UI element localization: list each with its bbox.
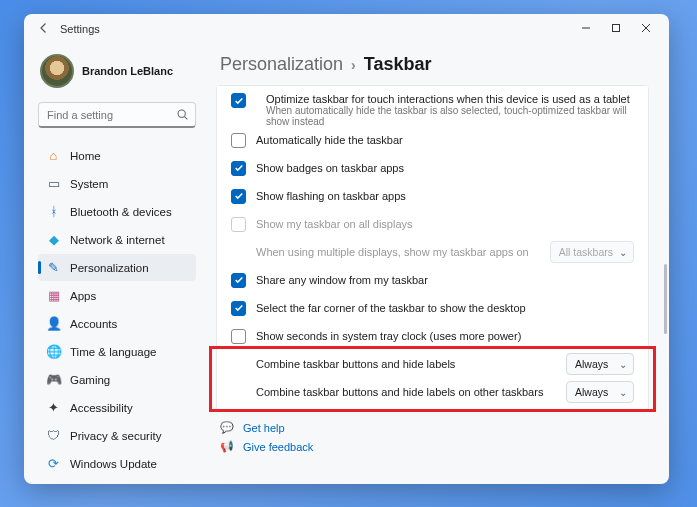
main-content: Personalization › Taskbar Optimize taskb… (206, 44, 669, 484)
row-combine-labels[interactable]: Combine taskbar buttons and hide labels … (217, 350, 648, 378)
link-label: Give feedback (243, 441, 313, 453)
search-box[interactable] (38, 102, 196, 128)
row-all-displays: Show my taskbar on all displays (217, 210, 648, 238)
row-badges[interactable]: Show badges on taskbar apps (217, 154, 648, 182)
row-seconds[interactable]: Show seconds in system tray clock (uses … (217, 322, 648, 350)
avatar (40, 54, 74, 88)
bluetooth-icon: ᚼ (46, 204, 61, 219)
row-label: Show my taskbar on all displays (256, 218, 413, 230)
search-input[interactable] (38, 102, 196, 128)
sidebar-item-label: Privacy & security (70, 430, 161, 442)
checkbox-seconds[interactable] (231, 329, 246, 344)
sidebar: Brandon LeBlanc ⌂Home ▭System ᚼBluetooth… (24, 44, 206, 484)
chevron-down-icon: ⌄ (619, 387, 627, 398)
gamepad-icon: 🎮 (46, 372, 61, 387)
close-button[interactable] (631, 23, 661, 35)
accessibility-icon: ✦ (46, 400, 61, 415)
sidebar-item-personalization[interactable]: ✎Personalization (38, 254, 196, 281)
maximize-button[interactable] (601, 23, 631, 35)
sidebar-item-home[interactable]: ⌂Home (38, 142, 196, 169)
sidebar-item-system[interactable]: ▭System (38, 170, 196, 197)
feedback-icon: 📢 (220, 440, 234, 453)
sidebar-item-label: Bluetooth & devices (70, 206, 172, 218)
sync-icon: ⟳ (46, 456, 61, 471)
row-sublabel: When automatically hide the taskbar is a… (266, 105, 634, 127)
give-feedback-link[interactable]: 📢 Give feedback (220, 440, 649, 453)
chevron-right-icon: › (351, 57, 356, 73)
row-label: Select the far corner of the taskbar to … (256, 302, 526, 314)
link-label: Get help (243, 422, 285, 434)
sidebar-item-label: Accounts (70, 318, 117, 330)
breadcrumb-parent[interactable]: Personalization (220, 54, 343, 75)
back-button[interactable] (32, 22, 56, 36)
profile[interactable]: Brandon LeBlanc (38, 50, 196, 94)
sidebar-item-label: Network & internet (70, 234, 165, 246)
brush-icon: ✎ (46, 260, 61, 275)
svg-point-1 (178, 110, 185, 117)
minimize-button[interactable] (571, 23, 601, 35)
checkbox-autohide[interactable] (231, 133, 246, 148)
row-label: Combine taskbar buttons and hide labels … (256, 386, 543, 398)
home-icon: ⌂ (46, 148, 61, 163)
person-icon: 👤 (46, 316, 61, 331)
row-multi-disp: When using multiple displays, show my ta… (217, 238, 648, 266)
row-autohide[interactable]: Automatically hide the taskbar (217, 126, 648, 154)
checkbox-share[interactable] (231, 273, 246, 288)
dropdown-combine-labels-other[interactable]: Always ⌄ (566, 381, 634, 403)
breadcrumb: Personalization › Taskbar (216, 50, 649, 85)
chevron-down-icon: ⌄ (619, 359, 627, 370)
checkbox-flashing[interactable] (231, 189, 246, 204)
apps-icon: ▦ (46, 288, 61, 303)
row-far-corner[interactable]: Select the far corner of the taskbar to … (217, 294, 648, 322)
chevron-down-icon: ⌄ (619, 247, 627, 258)
titlebar: Settings (24, 14, 669, 44)
scrollbar-thumb[interactable] (664, 264, 667, 334)
wifi-icon: ◆ (46, 232, 61, 247)
checkbox-optimize[interactable] (231, 93, 246, 108)
dropdown-value: Always (575, 386, 608, 398)
row-optimize-touch[interactable]: Optimize taskbar for touch interactions … (217, 86, 648, 126)
nav: ⌂Home ▭System ᚼBluetooth & devices ◆Netw… (38, 142, 196, 477)
checkbox-far-corner[interactable] (231, 301, 246, 316)
search-icon (176, 108, 189, 123)
dropdown-value: All taskbars (559, 246, 613, 258)
row-combine-labels-other[interactable]: Combine taskbar buttons and hide labels … (217, 378, 648, 406)
sidebar-item-label: Personalization (70, 262, 149, 274)
sidebar-item-label: Gaming (70, 374, 110, 386)
row-flashing[interactable]: Show flashing on taskbar apps (217, 182, 648, 210)
sidebar-item-label: Apps (70, 290, 96, 302)
help-icon: 💬 (220, 421, 234, 434)
row-label: Share any window from my taskbar (256, 274, 428, 286)
row-label: Optimize taskbar for touch interactions … (266, 93, 634, 105)
sidebar-item-bluetooth[interactable]: ᚼBluetooth & devices (38, 198, 196, 225)
shield-icon: 🛡 (46, 428, 61, 443)
row-label: When using multiple displays, show my ta… (256, 246, 529, 258)
sidebar-item-time[interactable]: 🌐Time & language (38, 338, 196, 365)
footer-links: 💬 Get help 📢 Give feedback (216, 413, 649, 453)
row-label: Show flashing on taskbar apps (256, 190, 406, 202)
sidebar-item-gaming[interactable]: 🎮Gaming (38, 366, 196, 393)
sidebar-item-label: System (70, 178, 108, 190)
checkbox-badges[interactable] (231, 161, 246, 176)
row-label: Show seconds in system tray clock (uses … (256, 330, 521, 342)
get-help-link[interactable]: 💬 Get help (220, 421, 649, 434)
taskbar-behaviors-panel: Optimize taskbar for touch interactions … (216, 85, 649, 411)
row-share-window[interactable]: Share any window from my taskbar (217, 266, 648, 294)
dropdown-multi-displays: All taskbars ⌄ (550, 241, 634, 263)
sidebar-item-accessibility[interactable]: ✦Accessibility (38, 394, 196, 421)
sidebar-item-label: Windows Update (70, 458, 157, 470)
system-icon: ▭ (46, 176, 61, 191)
page-title: Taskbar (364, 54, 432, 75)
sidebar-item-update[interactable]: ⟳Windows Update (38, 450, 196, 477)
dropdown-combine-labels[interactable]: Always ⌄ (566, 353, 634, 375)
sidebar-item-privacy[interactable]: 🛡Privacy & security (38, 422, 196, 449)
dropdown-value: Always (575, 358, 608, 370)
sidebar-item-label: Accessibility (70, 402, 133, 414)
row-label: Show badges on taskbar apps (256, 162, 404, 174)
sidebar-item-accounts[interactable]: 👤Accounts (38, 310, 196, 337)
sidebar-item-label: Time & language (70, 346, 157, 358)
row-label: Automatically hide the taskbar (256, 134, 403, 146)
sidebar-item-network[interactable]: ◆Network & internet (38, 226, 196, 253)
row-label: Combine taskbar buttons and hide labels (256, 358, 455, 370)
sidebar-item-apps[interactable]: ▦Apps (38, 282, 196, 309)
